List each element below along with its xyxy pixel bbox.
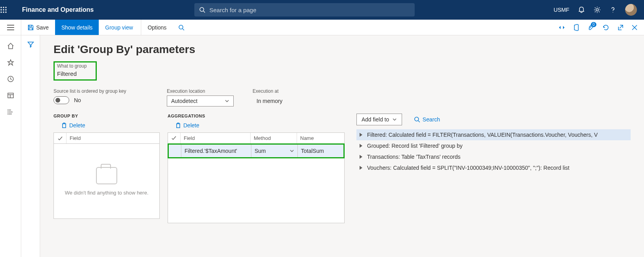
groupby-col-field[interactable]: Field <box>66 133 159 143</box>
svg-point-11 <box>596 9 598 11</box>
expand-icon[interactable] <box>360 155 362 159</box>
modules-icon[interactable] <box>7 108 14 116</box>
tree-search-label: Search <box>423 116 440 123</box>
groupby-delete-label: Delete <box>69 122 85 128</box>
user-avatar[interactable] <box>625 4 637 16</box>
what-to-group-value: Filtered <box>57 69 93 77</box>
expand-icon[interactable] <box>360 166 362 170</box>
what-to-group-field[interactable]: What to group Filtered <box>54 61 97 81</box>
ordered-label: Source list is ordered by group key <box>54 88 148 94</box>
svg-point-13 <box>179 25 183 29</box>
agg-selectall[interactable] <box>168 133 181 143</box>
add-field-label: Add field to <box>362 116 389 123</box>
groupby-empty: We didn't find anything to show here. <box>54 144 159 218</box>
search-icon <box>178 24 185 31</box>
svg-point-6 <box>0 11 2 13</box>
agg-delete-button[interactable]: Delete <box>175 122 349 128</box>
svg-point-0 <box>0 7 2 8</box>
options-menu[interactable]: Options <box>141 20 173 35</box>
svg-line-14 <box>183 29 184 30</box>
agg-row-field[interactable]: Filtered.'$TaxAmount' <box>181 145 251 157</box>
save-label: Save <box>36 24 49 31</box>
hamburger-icon <box>7 25 14 30</box>
workspace-icon[interactable] <box>7 92 14 99</box>
recent-icon[interactable] <box>7 75 14 83</box>
agg-col-method[interactable]: Method <box>251 133 297 143</box>
agg-row-field-text: Filtered.'$TaxAmount' <box>185 148 237 154</box>
svg-point-17 <box>7 110 8 110</box>
tree-row-label: Transactions: Table 'TaxTrans' records <box>367 154 460 160</box>
exec-loc-value: Autodetect <box>171 98 197 104</box>
data-source-tree: Filtered: Calculated field = FILTER(Tran… <box>356 129 631 173</box>
svg-point-2 <box>5 7 6 8</box>
agg-delete-label: Delete <box>183 122 199 128</box>
bell-icon[interactable] <box>578 6 585 13</box>
groupby-selectall[interactable] <box>54 133 66 143</box>
agg-row-check[interactable] <box>169 145 181 157</box>
agg-row-name[interactable]: TotalSum <box>298 145 341 157</box>
nav-toggle[interactable] <box>0 20 21 35</box>
svg-point-5 <box>5 9 6 10</box>
filter-panel-toggle[interactable] <box>21 35 40 257</box>
agg-col-field[interactable]: Field <box>181 133 251 143</box>
agg-col-name[interactable]: Name <box>297 133 340 143</box>
office-icon[interactable] <box>573 24 579 31</box>
svg-rect-16 <box>8 93 13 98</box>
agg-row[interactable]: Filtered.'$TaxAmount' Sum TotalSum <box>169 145 343 157</box>
show-details-tab[interactable]: Show details <box>55 20 99 35</box>
svg-point-1 <box>3 7 4 8</box>
agg-row-method-text: Sum <box>255 148 266 154</box>
expand-icon[interactable] <box>360 144 362 148</box>
favorite-icon[interactable] <box>7 59 14 66</box>
agg-row-method[interactable]: Sum <box>251 145 298 157</box>
exec-location-select[interactable]: Autodetect <box>167 95 234 106</box>
close-icon[interactable] <box>631 24 638 31</box>
tree-row-label: Grouped: Record list 'Filtered' group by <box>367 143 463 149</box>
add-field-to-button[interactable]: Add field to <box>356 114 402 125</box>
page-content: Edit 'Group By' parameters What to group… <box>40 35 644 257</box>
tree-row-label: Filtered: Calculated field = FILTER(Tran… <box>367 132 598 138</box>
company-code[interactable]: USMF <box>554 7 569 13</box>
funnel-icon <box>27 41 34 48</box>
expand-icon[interactable] <box>360 133 362 137</box>
gear-icon[interactable] <box>594 6 601 13</box>
attachments-count: 0 <box>591 22 596 27</box>
svg-point-12 <box>613 12 613 13</box>
search-placeholder: Search for a page <box>209 7 256 13</box>
app-launcher-icon[interactable] <box>0 6 20 13</box>
tree-row[interactable]: Grouped: Record list 'Filtered' group by <box>356 140 631 151</box>
help-icon[interactable] <box>609 6 616 13</box>
options-label: Options <box>148 24 166 31</box>
chevron-down-icon <box>290 149 294 153</box>
ordered-field: Source list is ordered by group key No <box>54 88 148 104</box>
svg-point-19 <box>7 114 8 114</box>
ordered-toggle[interactable] <box>54 96 69 104</box>
agg-heading: AGGREGATIONS <box>168 114 349 118</box>
global-topbar: Finance and Operations Search for a page… <box>0 0 644 20</box>
trash-icon <box>61 122 67 128</box>
pepper-icon[interactable] <box>558 25 565 30</box>
group-view-tab[interactable]: Group view <box>99 20 139 35</box>
tree-search-button[interactable]: Search <box>414 116 440 123</box>
popout-icon[interactable] <box>617 24 624 31</box>
home-icon[interactable] <box>7 42 14 50</box>
exec-loc-label: Execution location <box>167 88 234 94</box>
search-icon <box>414 116 420 123</box>
refresh-icon[interactable] <box>602 24 609 31</box>
svg-point-7 <box>3 11 4 13</box>
attachments-button[interactable]: 0 <box>587 24 594 31</box>
action-search-button[interactable] <box>173 20 190 35</box>
save-button[interactable]: Save <box>21 20 55 35</box>
tree-row[interactable]: Filtered: Calculated field = FILTER(Tran… <box>356 129 631 140</box>
save-icon <box>28 24 34 31</box>
ordered-value: No <box>74 97 81 103</box>
global-search[interactable]: Search for a page <box>194 3 415 17</box>
groupby-delete-button[interactable]: Delete <box>61 122 168 128</box>
empty-folder-icon <box>96 167 117 184</box>
show-details-label: Show details <box>61 24 92 31</box>
tree-row[interactable]: Transactions: Table 'TaxTrans' records <box>356 151 631 162</box>
exec-location-field: Execution location Autodetect <box>167 88 234 106</box>
svg-point-3 <box>0 9 2 10</box>
exec-at-value: In memory <box>253 95 286 106</box>
tree-row[interactable]: Vouchers: Calculated field = SPLIT("INV-… <box>356 162 631 173</box>
